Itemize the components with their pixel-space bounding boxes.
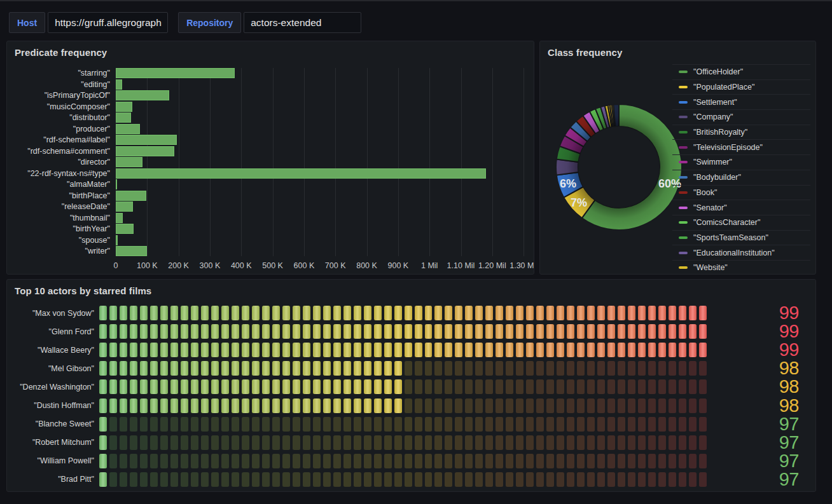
actors-panel-title: Top 10 actors by starred films [7,280,815,296]
gauge-cell [394,361,402,376]
gauge-cell [140,435,148,450]
repository-input[interactable]: actors-extended [244,12,361,33]
gauge-cell [405,379,412,394]
gauge-cell [546,361,554,376]
gauge-cell [445,379,452,394]
gauge-cell [99,398,107,413]
gauge-cell [303,435,310,450]
gauge-cell [506,306,513,320]
predicate-bar-row: "thumbnail" [12,213,529,223]
gauge-cell [272,343,280,357]
gauge-cell [140,454,148,468]
gauge-cell [160,306,168,320]
gauge-cell [546,417,554,432]
gauge-cell [455,343,462,357]
gauge-cell [262,379,270,394]
gauge-cell [99,379,107,394]
gauge-cell [526,361,534,376]
gauge-cell [415,361,422,376]
predicate-label: "isPrimaryTopicOf" [12,91,116,100]
gauge-cell [465,361,473,376]
gauge-cell [628,398,635,413]
predicate-bar [116,246,147,256]
gauge-cell [557,343,564,357]
gauge-cell [567,361,574,376]
gauge-cell [333,454,341,468]
gauge-cell [546,306,554,320]
legend-item[interactable]: "SportsTeamSeason" [672,230,810,245]
gauge-cell [597,379,605,394]
gauge-cell [607,361,615,376]
gauge-cell [170,343,178,357]
x-axis-tick: 400 K [231,261,252,270]
predicate-bar [116,191,146,201]
gauge-cell [434,306,442,320]
gauge-cell [221,361,229,376]
gauge-cell [628,343,635,357]
x-axis-tick: 1 Mil [421,261,438,270]
legend-label: "Bodybuilder" [693,173,741,182]
legend-item[interactable]: "OfficeHolder" [672,64,810,79]
predicate-bar-row: "birthYear" [12,224,529,234]
legend-item[interactable]: "BritishRoyalty" [672,125,810,140]
gauge-cell [405,398,412,413]
gauge-cell [170,324,178,339]
gauge-cell [455,361,462,376]
gauge-cell [638,306,646,320]
gauge-cell [211,417,219,432]
predicate-rows: "starring""editing""isPrimaryTopicOf""mu… [12,68,529,256]
legend-item[interactable]: "Bodybuilder" [672,170,810,185]
gauge-cell [303,472,310,487]
gauge-cell [445,417,452,432]
gauge-cell [191,361,198,376]
gauge-cell [293,398,300,413]
gauge-cell [689,417,697,432]
legend-item[interactable]: "EducationalInstitution" [672,245,810,260]
gauge-cell [465,343,473,357]
gauge-cell [211,435,219,450]
legend-color-dash [679,236,688,239]
legend-item[interactable]: "ComicsCharacter" [672,215,810,230]
gauge-cell [343,306,351,320]
gauge-cell [425,398,433,413]
gauge-cell [354,306,361,320]
predicate-bar-row: "musicComposer" [12,102,529,112]
legend-item[interactable]: "TelevisionEpisode" [672,139,810,154]
gauge-cell [557,435,564,450]
gauge-cell [669,343,676,357]
gauge-cell [303,417,310,432]
predicate-label: "rdf-schema#comment" [12,147,116,156]
legend-item[interactable]: "Book" [672,185,810,200]
gauge-cell [516,398,523,413]
gauge-cell [546,343,554,357]
legend-item[interactable]: "Swimmer" [672,154,810,170]
legend-item[interactable]: "Settlement" [672,94,810,109]
actor-gauge-row: "Denzel Washington"98 [7,379,815,394]
actor-gauge-row: "Blanche Sweet"97 [7,417,815,432]
legend-item[interactable]: "Website" [672,260,810,275]
predicate-bar-track [116,112,529,123]
gauge-cell [384,472,392,487]
gauge-cell [658,417,666,432]
legend-item[interactable]: "Company" [672,109,810,125]
legend-item[interactable]: "Senator" [672,200,810,215]
class-frequency-panel: Class frequency 60%7%6% "OfficeHolder""P… [539,41,816,275]
host-input[interactable]: https://gruff.allegrograph [48,12,168,33]
gauge-cell [526,324,534,339]
gauge-cell [506,379,513,394]
legend-item[interactable]: "PopulatedPlace" [672,79,810,95]
gauge-cell [293,417,300,432]
legend-label: "Swimmer" [693,158,732,167]
actor-gauge-track [99,379,707,394]
predicate-bar [116,90,169,100]
gauge-cell [536,379,544,394]
gauge-cell [648,324,656,339]
gauge-cell [343,398,351,413]
gauge-cell [607,324,615,339]
predicate-label: "distributor" [12,113,116,122]
gauge-cell [618,343,625,357]
gauge-cell [577,398,585,413]
gauge-cell [272,398,280,413]
gauge-cell [130,324,137,339]
gauge-cell [282,398,290,413]
